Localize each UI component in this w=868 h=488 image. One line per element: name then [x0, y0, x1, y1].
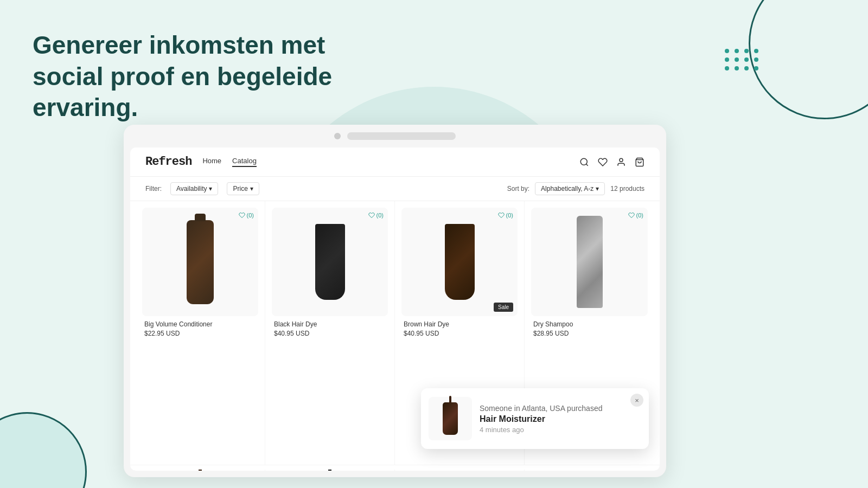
shop-inner: Refresh Home Catalog	[130, 147, 660, 471]
sale-badge-3: Sale	[494, 303, 513, 312]
product-bottle-4	[577, 216, 603, 308]
product-price-1: $22.95 USD	[144, 330, 256, 337]
shop-header: Refresh Home Catalog	[130, 147, 660, 177]
availability-filter[interactable]: Availability ▾	[170, 182, 218, 195]
browser-address-bar	[347, 132, 456, 140]
shop-header-icons	[579, 157, 644, 167]
products-grid-row2: (0) (0)	[130, 465, 660, 471]
notification-product-name: Hair Moisturizer	[480, 414, 641, 424]
product-wishlist-4[interactable]: (0)	[628, 212, 643, 219]
hero-section: Genereer inkomsten met social proof en b…	[33, 30, 401, 124]
product-wishlist-3[interactable]: (0)	[498, 212, 513, 219]
dots-decoration	[725, 49, 760, 70]
cart-icon[interactable]	[635, 157, 644, 167]
product-info-3: Brown Hair Dye $40.95 USD	[401, 316, 518, 339]
filter-bar: Filter: Availability ▾ Price ▾ Sort by: …	[130, 177, 660, 201]
product-info-1: Big Volume Conditioner $22.95 USD	[142, 316, 258, 339]
product-bottle-1	[187, 220, 214, 304]
product-name-3: Brown Hair Dye	[404, 320, 515, 328]
hero-title: Genereer inkomsten met social proof en b…	[33, 30, 401, 124]
product-info-4: Dry Shampoo $28.95 USD	[531, 316, 648, 339]
shop-header-left: Refresh Home Catalog	[145, 155, 257, 169]
product-wishlist-2[interactable]: (0)	[368, 212, 384, 219]
nav-home[interactable]: Home	[202, 157, 221, 167]
notification-time: 4 minutes ago	[480, 426, 641, 434]
product-image-wrap-2: (0)	[272, 208, 388, 316]
browser-bar	[124, 125, 666, 147]
background-circle-bottom-left	[0, 412, 87, 488]
account-icon[interactable]	[616, 157, 626, 167]
sort-select[interactable]: Alphabetically, A-z ▾	[535, 182, 605, 195]
notification-popup: Someone in Atlanta, USA purchased Hair M…	[421, 388, 649, 449]
shop-nav: Home Catalog	[202, 157, 257, 167]
product-info-2: Black Hair Dye $40.95 USD	[272, 316, 388, 339]
product-card-1[interactable]: (0) Big Volume Conditioner $22.95 USD	[136, 201, 265, 465]
filter-left: Filter: Availability ▾ Price ▾	[145, 182, 259, 195]
product-card-7[interactable]	[395, 470, 525, 471]
notification-close-button[interactable]: ×	[630, 394, 643, 407]
background-circle-top-right	[749, 0, 868, 119]
filter-right: Sort by: Alphabetically, A-z ▾ 12 produc…	[507, 182, 644, 195]
browser-circle-btn	[334, 133, 341, 139]
product-name-4: Dry Shampoo	[533, 320, 646, 328]
notification-text: Someone in Atlanta, USA purchased Hair M…	[480, 404, 641, 434]
product-bottle-3	[445, 224, 475, 300]
product-wishlist-1[interactable]: (0)	[239, 212, 254, 219]
product-name-2: Black Hair Dye	[274, 320, 386, 328]
price-filter[interactable]: Price ▾	[227, 182, 259, 195]
product-card-2[interactable]: (0) Black Hair Dye $40.95 USD	[265, 201, 395, 465]
product-image-wrap-4: (0)	[531, 208, 648, 316]
product-price-2: $40.95 USD	[274, 330, 386, 337]
product-image-wrap-1: (0)	[142, 208, 258, 316]
nav-catalog[interactable]: Catalog	[232, 157, 257, 167]
notification-intro: Someone in Atlanta, USA purchased	[480, 404, 641, 413]
sort-label: Sort by:	[507, 185, 529, 192]
product-price-3: $40.95 USD	[404, 330, 515, 337]
product-image-wrap-3: (0) Sale	[401, 208, 518, 316]
product-card-8[interactable]	[525, 470, 654, 471]
search-icon[interactable]	[579, 157, 589, 167]
svg-point-1	[620, 158, 623, 162]
wishlist-icon[interactable]	[598, 157, 608, 167]
products-count: 12 products	[610, 185, 644, 192]
filter-label: Filter:	[145, 185, 162, 192]
svg-point-0	[580, 158, 587, 165]
product-bottle-2	[315, 224, 345, 300]
product-price-4: $28.95 USD	[533, 330, 646, 337]
product-card-5[interactable]: (0)	[136, 470, 265, 471]
notification-bottle-icon	[443, 402, 458, 435]
product-card-6[interactable]: (0)	[265, 470, 395, 471]
browser-mockup: Refresh Home Catalog	[124, 125, 666, 477]
shop-logo: Refresh	[145, 155, 192, 169]
product-name-1: Big Volume Conditioner	[144, 320, 256, 328]
notification-product-image	[429, 397, 472, 440]
